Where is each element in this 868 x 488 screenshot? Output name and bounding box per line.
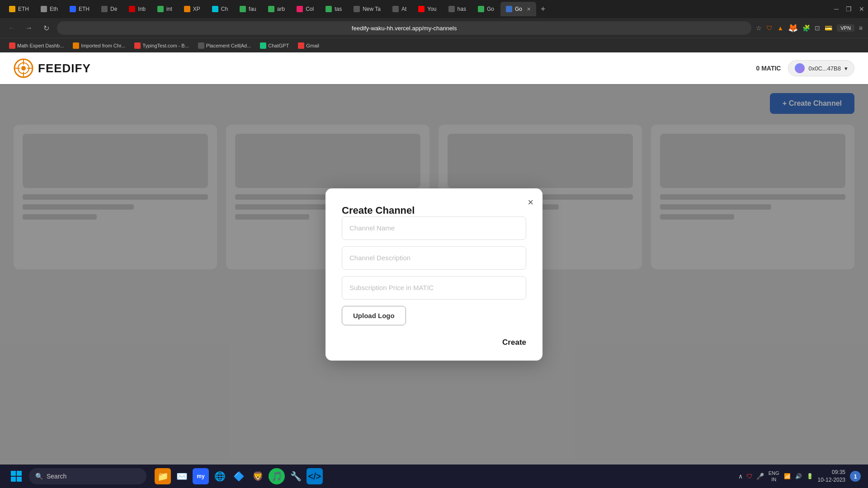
taskbar-app-icons: 📁 ✉️ my 🌐 🔷 🦁 🎵 🔧 </> (155, 468, 323, 484)
close-window-icon[interactable]: ✕ (859, 5, 864, 13)
mic-icon[interactable]: 🎤 (756, 473, 764, 480)
extensions-icon[interactable]: 🧩 (802, 24, 810, 32)
tab-label: Go (487, 6, 494, 12)
clock: 09:35 10-12-2023 (818, 469, 845, 484)
logo-area: FEEDIFY (14, 58, 91, 78)
tab-de[interactable]: De (96, 2, 123, 16)
app-logo-text: FEEDIFY (38, 61, 91, 75)
upload-logo-button[interactable]: Upload Logo (342, 306, 406, 325)
tab-label: New Ta (363, 6, 381, 12)
tab-col[interactable]: Col (291, 2, 319, 16)
channel-name-input[interactable] (342, 216, 526, 240)
bookmark-math[interactable]: Math Expert Dashb... (5, 42, 67, 50)
search-label: Search (47, 473, 66, 480)
tab-favicon (326, 6, 332, 12)
battery-icon[interactable]: 🔋 (807, 473, 813, 479)
tab-eth3[interactable]: ETH (64, 2, 95, 16)
tab-go2[interactable]: Go ✕ (500, 2, 536, 16)
vscode-icon[interactable]: </> (307, 468, 323, 484)
bookmark-gmail[interactable]: Gmail (294, 42, 323, 50)
wallet-icon[interactable]: 💳 (825, 24, 832, 32)
subscription-price-input[interactable] (342, 276, 526, 300)
brave-shield-icon[interactable]: 🛡 (766, 24, 773, 32)
spotify-icon[interactable]: 🎵 (269, 468, 285, 484)
taskbar: 🔍 Search 📁 ✉️ my 🌐 🔷 🦁 🎵 🔧 </> (0, 465, 868, 488)
tab-ch[interactable]: Ch (207, 2, 233, 16)
tab-inb[interactable]: Inb (123, 2, 151, 16)
modal-create-button[interactable]: Create (502, 338, 526, 347)
channel-description-input[interactable] (342, 246, 526, 270)
bookmark-chatgpt[interactable]: ChatGPT (256, 42, 292, 50)
tab-arb[interactable]: arb (263, 2, 290, 16)
tab-at[interactable]: At (387, 2, 412, 16)
menu-icon[interactable]: ≡ (859, 24, 863, 32)
bookmarks-bar: Math Expert Dashb... Imported from Chr..… (0, 38, 868, 52)
tab-eth1[interactable]: ETH (4, 2, 34, 16)
notification-button[interactable]: 1 (850, 471, 861, 482)
antivirus-icon[interactable]: 🛡 (746, 473, 753, 480)
tray-up-icon[interactable]: ∧ (738, 473, 743, 480)
tab-label: int (166, 6, 172, 12)
edge-icon[interactable]: 🔷 (231, 468, 247, 484)
tab-favicon (101, 6, 108, 12)
restore-icon[interactable]: ❐ (846, 5, 852, 13)
profile-icon[interactable]: 🦊 (788, 23, 798, 33)
app-icon-1[interactable]: 🔧 (288, 468, 304, 484)
address-input[interactable] (57, 21, 751, 35)
tab-label: ETH (79, 6, 90, 12)
language-indicator: ENGIN (769, 470, 779, 483)
start-button[interactable] (7, 467, 25, 485)
tab-favicon (212, 6, 218, 12)
back-button[interactable]: ← (5, 24, 18, 32)
tab-newta[interactable]: New Ta (348, 2, 386, 16)
tab-int[interactable]: int (152, 2, 178, 16)
bookmark-favicon (198, 42, 204, 49)
minimize-icon[interactable]: ─ (834, 5, 839, 13)
brave-icon[interactable]: 🦁 (250, 468, 266, 484)
mail-icon[interactable]: ✉️ (174, 468, 190, 484)
bookmark-favicon (298, 42, 304, 49)
chrome-icon[interactable]: 🌐 (212, 468, 228, 484)
network-icon[interactable]: 📶 (784, 473, 791, 479)
chevron-down-icon: ▾ (844, 65, 848, 72)
tab-you[interactable]: You (413, 2, 442, 16)
bookmark-favicon (73, 42, 79, 49)
bookmark-label: TypingTest.com - B... (142, 43, 189, 48)
volume-icon[interactable]: 🔊 (795, 473, 802, 479)
wallet-badge[interactable]: 0x0C...47B8 ▾ (788, 60, 854, 76)
forward-button[interactable]: → (23, 24, 35, 32)
new-tab-button[interactable]: + (537, 5, 549, 14)
rewards-icon[interactable]: ▲ (777, 24, 783, 32)
tab-has[interactable]: has (443, 2, 472, 16)
file-explorer-icon[interactable]: 📁 (155, 468, 171, 484)
tab-eth2[interactable]: Eth (35, 2, 63, 16)
tab-xp[interactable]: XP (179, 2, 206, 16)
split-view-icon[interactable]: ⊡ (815, 24, 820, 32)
bookmark-label: Math Expert Dashb... (17, 43, 64, 48)
tab-favicon (478, 6, 484, 12)
bookmark-icon[interactable]: ☆ (756, 24, 762, 32)
taskbar-search[interactable]: 🔍 Search (29, 468, 146, 484)
tab-favicon (70, 6, 76, 12)
tab-fau[interactable]: fau (234, 2, 262, 16)
main-content: + Create Channel (0, 84, 868, 465)
bookmark-imported[interactable]: Imported from Chr... (69, 42, 129, 50)
bookmark-typing[interactable]: TypingTest.com - B... (131, 42, 193, 50)
header-right: 0 MATIC 0x0C...47B8 ▾ (756, 60, 854, 76)
tab-tas[interactable]: tas (320, 2, 347, 16)
tab-favicon (157, 6, 164, 12)
modal-close-button[interactable]: × (528, 197, 533, 207)
bookmark-placement[interactable]: Placement Cell|Ad... (194, 42, 255, 50)
windows-icon (10, 470, 23, 483)
tab-favicon (184, 6, 190, 12)
search-icon: 🔍 (35, 473, 43, 480)
tab-close-icon[interactable]: ✕ (527, 6, 531, 12)
myphp-icon[interactable]: my (193, 468, 209, 484)
reload-button[interactable]: ↻ (40, 24, 52, 33)
app-area: FEEDIFY 0 MATIC 0x0C...47B8 ▾ + Create C… (0, 52, 868, 465)
vpn-label[interactable]: VPN (837, 24, 854, 32)
tab-label: Go (515, 6, 522, 12)
tab-label: At (401, 6, 406, 12)
matic-balance: 0 MATIC (756, 65, 781, 72)
tab-go1[interactable]: Go (472, 2, 500, 16)
